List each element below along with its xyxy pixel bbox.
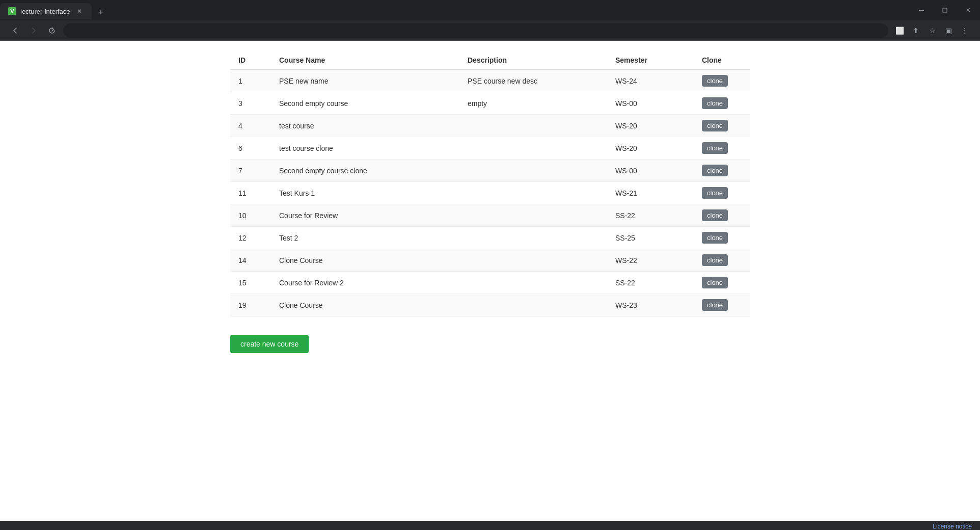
table-row: 15Course for Review 2SS-22clone — [230, 272, 750, 294]
cell-course-name: PSE new name — [271, 70, 459, 92]
cell-course-name: Test 2 — [271, 227, 459, 249]
cell-id: 1 — [230, 70, 271, 92]
clone-button[interactable]: clone — [702, 209, 728, 221]
cell-course-name: Test Kurs 1 — [271, 182, 459, 204]
header-course-name: Course Name — [271, 51, 459, 70]
cell-description — [459, 160, 607, 182]
share-icon[interactable]: ⬆ — [909, 23, 923, 38]
header-description: Description — [459, 51, 607, 70]
window-controls: ✕ — [910, 2, 980, 18]
clone-button[interactable]: clone — [702, 142, 728, 154]
cell-course-name: Second empty course — [271, 92, 459, 115]
cell-clone: clone — [694, 92, 750, 115]
cell-course-name: test course clone — [271, 137, 459, 160]
cell-id: 15 — [230, 272, 271, 294]
cell-clone: clone — [694, 182, 750, 204]
cell-clone: clone — [694, 204, 750, 227]
header-id: ID — [230, 51, 271, 70]
cell-course-name: Second empty course clone — [271, 160, 459, 182]
minimize-button[interactable] — [910, 2, 933, 18]
clone-button[interactable]: clone — [702, 165, 728, 176]
active-tab[interactable]: V lecturer-interface ✕ — [0, 3, 92, 19]
cell-course-name: Course for Review 2 — [271, 272, 459, 294]
tabs-section: V lecturer-interface ✕ + — [0, 1, 910, 19]
cell-semester: WS-20 — [607, 137, 694, 160]
new-tab-button[interactable]: + — [94, 5, 108, 19]
cell-semester: SS-25 — [607, 227, 694, 249]
cell-id: 12 — [230, 227, 271, 249]
cell-id: 4 — [230, 115, 271, 137]
table-row: 3Second empty courseemptyWS-00clone — [230, 92, 750, 115]
tab-favicon: V — [8, 7, 16, 15]
header-semester: Semester — [607, 51, 694, 70]
reload-button[interactable] — [45, 23, 59, 38]
tab-close-button[interactable]: ✕ — [75, 7, 84, 15]
bookmark-icon[interactable]: ☆ — [925, 23, 939, 38]
clone-button[interactable]: clone — [702, 299, 728, 311]
svg-rect-1 — [943, 8, 947, 12]
cell-description — [459, 115, 607, 137]
address-bar[interactable] — [63, 23, 888, 38]
clone-button[interactable]: clone — [702, 187, 728, 199]
table-row: 6test course cloneWS-20clone — [230, 137, 750, 160]
table-header-row: ID Course Name Description Semester Clon… — [230, 51, 750, 70]
cell-description — [459, 227, 607, 249]
create-new-course-button[interactable]: create new course — [230, 335, 309, 353]
back-button[interactable] — [8, 23, 22, 38]
clone-button[interactable]: clone — [702, 120, 728, 131]
clone-button[interactable]: clone — [702, 277, 728, 288]
status-text: License notice — [933, 523, 972, 530]
clone-button[interactable]: clone — [702, 97, 728, 109]
cell-description — [459, 272, 607, 294]
restore-button[interactable] — [933, 2, 957, 18]
clone-button[interactable]: clone — [702, 232, 728, 244]
table-row: 1PSE new namePSE course new descWS-24clo… — [230, 70, 750, 92]
navigation-bar: ⬜ ⬆ ☆ ▣ ⋮ — [0, 20, 980, 41]
cell-clone: clone — [694, 160, 750, 182]
cell-semester: WS-00 — [607, 160, 694, 182]
table-row: 14Clone CourseWS-22clone — [230, 249, 750, 272]
table-row: 11Test Kurs 1WS-21clone — [230, 182, 750, 204]
cell-semester: WS-23 — [607, 294, 694, 316]
cell-course-name: test course — [271, 115, 459, 137]
svg-rect-0 — [919, 10, 924, 11]
courses-table: ID Course Name Description Semester Clon… — [230, 51, 750, 316]
sidebar-icon[interactable]: ▣ — [941, 23, 956, 38]
table-row: 7Second empty course cloneWS-00clone — [230, 160, 750, 182]
clone-button[interactable]: clone — [702, 75, 728, 87]
tab-title: lecturer-interface — [20, 8, 71, 15]
cell-id: 14 — [230, 249, 271, 272]
title-bar: V lecturer-interface ✕ + ✕ — [0, 0, 980, 20]
table-container: ID Course Name Description Semester Clon… — [230, 51, 750, 361]
cell-description — [459, 249, 607, 272]
cell-course-name: Clone Course — [271, 294, 459, 316]
create-button-container: create new course — [230, 316, 750, 361]
browser-actions: ⬜ ⬆ ☆ ▣ ⋮ — [892, 23, 972, 38]
cell-semester: SS-22 — [607, 272, 694, 294]
cell-semester: WS-21 — [607, 182, 694, 204]
forward-button[interactable] — [26, 23, 41, 38]
cell-id: 7 — [230, 160, 271, 182]
cell-description — [459, 204, 607, 227]
cell-id: 11 — [230, 182, 271, 204]
close-button[interactable]: ✕ — [957, 2, 980, 18]
cell-course-name: Clone Course — [271, 249, 459, 272]
cell-id: 19 — [230, 294, 271, 316]
clone-button[interactable]: clone — [702, 254, 728, 266]
cell-semester: WS-20 — [607, 115, 694, 137]
cell-clone: clone — [694, 227, 750, 249]
cell-description — [459, 294, 607, 316]
cell-semester: WS-00 — [607, 92, 694, 115]
cell-clone: clone — [694, 272, 750, 294]
menu-icon[interactable]: ⋮ — [958, 23, 972, 38]
cell-description — [459, 137, 607, 160]
cell-semester: WS-24 — [607, 70, 694, 92]
cell-clone: clone — [694, 249, 750, 272]
cell-semester: WS-22 — [607, 249, 694, 272]
screenshot-icon[interactable]: ⬜ — [892, 23, 907, 38]
status-bar: License notice — [0, 521, 980, 530]
cell-course-name: Course for Review — [271, 204, 459, 227]
table-row: 10Course for ReviewSS-22clone — [230, 204, 750, 227]
table-row: 19Clone CourseWS-23clone — [230, 294, 750, 316]
cell-description — [459, 182, 607, 204]
